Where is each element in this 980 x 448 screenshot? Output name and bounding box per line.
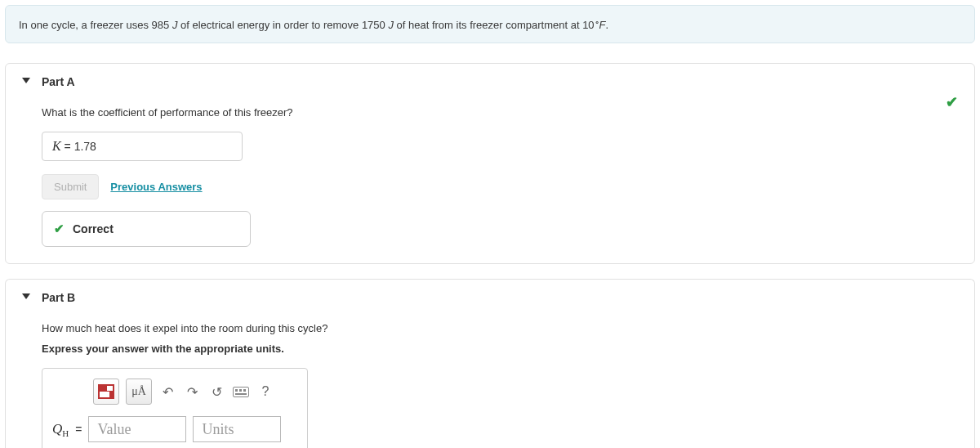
heat-value: 1750 xyxy=(362,19,385,31)
part-a-header[interactable]: Part A xyxy=(6,64,974,100)
answer-value: 1.78 xyxy=(74,140,96,153)
template-icon xyxy=(98,384,114,399)
part-b-body: How much heat does it expel into the roo… xyxy=(6,316,974,448)
reset-icon[interactable]: ↺ xyxy=(207,383,225,401)
check-icon: ✔ xyxy=(54,222,65,236)
templates-button[interactable] xyxy=(93,379,119,405)
part-a-block: Part A ✔ What is the coefficient of perf… xyxy=(5,63,975,264)
part-a-buttons: Submit Previous Answers xyxy=(42,174,961,199)
units-input[interactable]: Units xyxy=(193,416,281,442)
help-icon[interactable]: ? xyxy=(256,383,274,401)
temp-unit: F xyxy=(599,19,606,31)
part-a-body: What is the coefficient of performance o… xyxy=(6,100,974,263)
problem-statement: In one cycle, a freezer uses 985 J of el… xyxy=(5,5,975,43)
part-b-block: Part B How much heat does it expel into … xyxy=(5,279,975,448)
caret-down-icon xyxy=(22,293,30,299)
previous-answers-link[interactable]: Previous Answers xyxy=(110,181,202,193)
keyboard-icon[interactable] xyxy=(232,383,250,401)
problem-text-mid1: of electrical energy in order to remove xyxy=(180,19,362,31)
value-input[interactable]: Value xyxy=(88,416,186,442)
energy-unit: J xyxy=(172,19,178,31)
check-icon: ✔ xyxy=(946,93,958,111)
caret-down-icon xyxy=(22,78,30,83)
part-b-instruction: Express your answer with the appropriate… xyxy=(42,343,961,355)
part-b-answer-box: μÅ ↶ ↷ ↺ ? QH = Value Units xyxy=(42,368,308,448)
part-b-title: Part B xyxy=(42,291,75,304)
equals-sign: = xyxy=(75,423,82,436)
heat-unit: J xyxy=(388,19,394,31)
part-a-answer-box: K = 1.78 xyxy=(42,132,243,161)
answer-variable: K xyxy=(52,139,61,153)
value-units-row: QH = Value Units xyxy=(52,416,297,442)
part-b-header[interactable]: Part B xyxy=(6,280,974,316)
equation-toolbar: μÅ ↶ ↷ ↺ ? xyxy=(93,379,297,405)
part-b-question: How much heat does it expel into the roo… xyxy=(42,322,961,334)
feedback-text: Correct xyxy=(73,222,114,235)
units-button[interactable]: μÅ xyxy=(126,379,152,405)
part-a-title: Part A xyxy=(42,75,75,88)
energy-value: 985 xyxy=(152,19,170,31)
problem-text-suffix: . xyxy=(606,19,609,31)
problem-text-prefix: In one cycle, a freezer uses xyxy=(19,19,152,31)
redo-icon[interactable]: ↷ xyxy=(183,383,201,401)
answer-variable-qh: QH xyxy=(52,421,69,438)
submit-button-disabled: Submit xyxy=(42,174,99,199)
temp-value: 10 xyxy=(582,19,594,31)
answer-equals: = xyxy=(61,140,74,153)
problem-text-mid2: of heat from its freezer compartment at xyxy=(397,19,583,31)
feedback-correct: ✔ Correct xyxy=(42,211,251,247)
undo-icon[interactable]: ↶ xyxy=(158,383,176,401)
part-a-question: What is the coefficient of performance o… xyxy=(42,106,961,119)
